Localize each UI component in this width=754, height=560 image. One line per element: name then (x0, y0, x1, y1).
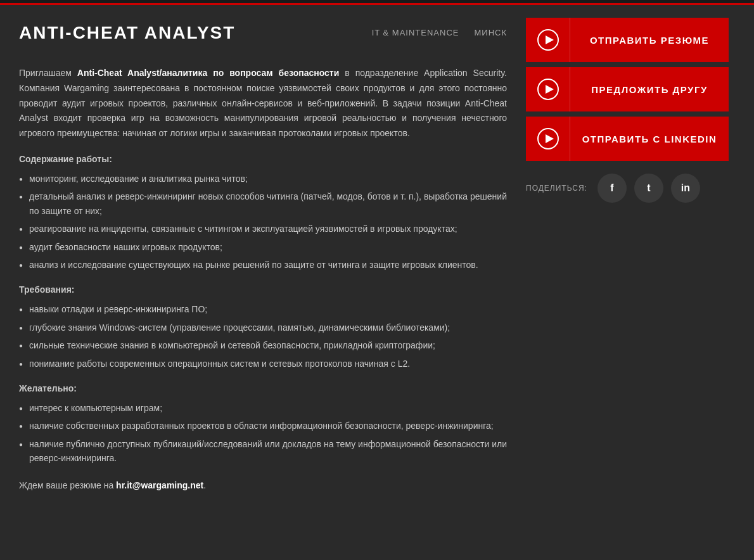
list-item: реагирование на инциденты, связанные с ч… (19, 222, 507, 236)
header-row: ANTI-CHEAT ANALYST IT & MAINTENANCE МИНС… (19, 18, 507, 53)
page-wrapper: ANTI-CHEAT ANALYST IT & MAINTENANCE МИНС… (0, 5, 754, 503)
facebook-icon[interactable]: f (597, 174, 627, 203)
list-item: сильные технические знания в компьютерно… (19, 338, 507, 352)
refer-friend-label: ПРЕДЛОЖИТЬ ДРУГУ (570, 84, 729, 95)
send-linkedin-button[interactable]: ОТПРАВИТЬ С LINKEDIN (526, 117, 729, 161)
requirements-list: навыки отладки и реверс-инжиниринга ПО; … (19, 302, 507, 371)
email-prefix: Ждем ваше резюме на (19, 480, 116, 490)
optional-title: Желательно: (19, 383, 507, 393)
list-item: понимание работы современных операционны… (19, 357, 507, 371)
intro-prefix: Приглашаем (19, 68, 77, 78)
list-item: наличие публично доступных публикаций/ис… (19, 437, 507, 466)
intro-text: Приглашаем Anti-Cheat Analyst/аналитика … (19, 66, 507, 141)
svg-marker-5 (546, 134, 554, 143)
svg-marker-3 (546, 85, 554, 94)
job-title: ANTI-CHEAT ANALYST (19, 23, 235, 43)
list-item: аудит безопасности наших игровых продукт… (19, 240, 507, 254)
send-resume-icon (526, 18, 570, 62)
refer-friend-button[interactable]: ПРЕДЛОЖИТЬ ДРУГУ (526, 67, 729, 111)
list-item: наличие собственных разработанных проект… (19, 419, 507, 433)
intro-suffix: в подразделение Application Security. Ко… (19, 68, 507, 138)
share-section: ПОДЕЛИТЬСЯ: f t in (526, 174, 729, 203)
requirements-title: Требования: (19, 284, 507, 295)
main-content: ANTI-CHEAT ANALYST IT & MAINTENANCE МИНС… (19, 18, 507, 490)
meta-info: IT & MAINTENANCE МИНСК (372, 18, 507, 37)
share-label: ПОДЕЛИТЬСЯ: (526, 184, 587, 193)
duties-title: Содержание работы: (19, 154, 507, 164)
email-line: Ждем ваше резюме на hr.it@wargaming.net. (19, 480, 507, 490)
email-suffix: . (203, 480, 206, 490)
send-linkedin-icon (526, 117, 570, 161)
twitter-icon[interactable]: t (634, 174, 663, 203)
list-item: детальный анализ и реверс-инжиниринг нов… (19, 189, 507, 218)
email-link[interactable]: hr.it@wargaming.net (116, 480, 203, 490)
linkedin-icon[interactable]: in (671, 174, 700, 203)
top-bar (0, 0, 754, 5)
list-item: интерес к компьютерным играм; (19, 401, 507, 415)
intro-bold: Anti-Cheat Analyst/аналитика по вопросам… (77, 68, 339, 78)
sidebar: ОТПРАВИТЬ РЕЗЮМЕ ПРЕДЛОЖИТЬ ДРУГУ ОТПРАВ… (526, 18, 729, 490)
send-resume-label: ОТПРАВИТЬ РЕЗЮМЕ (570, 35, 729, 46)
list-item: анализ и исследование существующих на ры… (19, 258, 507, 272)
send-linkedin-label: ОТПРАВИТЬ С LINKEDIN (570, 134, 729, 144)
refer-friend-icon (526, 67, 570, 111)
list-item: мониторинг, исследование и аналитика рын… (19, 172, 507, 186)
list-item: навыки отладки и реверс-инжиниринга ПО; (19, 302, 507, 316)
duties-list: мониторинг, исследование и аналитика рын… (19, 172, 507, 272)
department-label: IT & MAINTENANCE (372, 28, 459, 37)
list-item: глубокие знания Windows-систем (управлен… (19, 321, 507, 334)
svg-marker-1 (546, 35, 554, 44)
optional-list: интерес к компьютерным играм; наличие со… (19, 401, 507, 466)
send-resume-button[interactable]: ОТПРАВИТЬ РЕЗЮМЕ (526, 18, 729, 62)
location-label: МИНСК (474, 28, 507, 37)
